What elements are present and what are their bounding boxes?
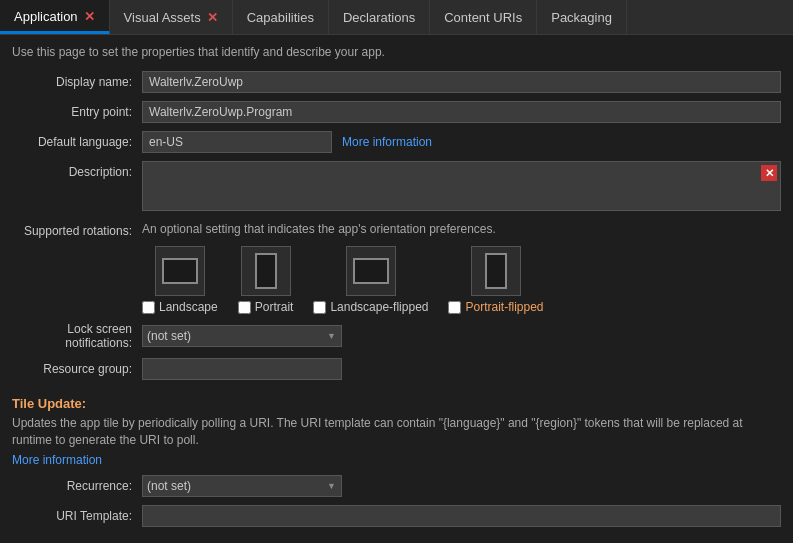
tab-declarations-label: Declarations — [343, 10, 415, 25]
entry-point-label: Entry point: — [12, 105, 142, 119]
tab-content-uris-label: Content URIs — [444, 10, 522, 25]
entry-point-row: Entry point: — [12, 101, 781, 123]
tab-visual-assets-label: Visual Assets — [124, 10, 201, 25]
tab-application[interactable]: Application ✕ — [0, 0, 110, 34]
rotations-items: Landscape Portrait Lan — [142, 246, 781, 314]
recurrence-select-wrapper: (not set) Every 30 minutes Every hour Ev… — [142, 475, 342, 497]
rotations-label: Supported rotations: — [12, 222, 142, 238]
uri-template-input[interactable] — [142, 505, 781, 527]
tab-bar: Application ✕ Visual Assets ✕ Capabiliti… — [0, 0, 793, 35]
lock-screen-label: Lock screen notifications: — [12, 322, 142, 350]
rotation-portrait-flipped-label: Portrait-flipped — [465, 300, 543, 314]
tab-visual-assets-close[interactable]: ✕ — [207, 10, 218, 25]
rotation-landscape-flipped-check-row: Landscape-flipped — [313, 300, 428, 314]
description-wrapper: ✕ — [142, 161, 781, 214]
rotation-portrait-checkbox[interactable] — [238, 301, 251, 314]
rotation-portrait: Portrait — [238, 246, 294, 314]
rotations-description: An optional setting that indicates the a… — [142, 222, 496, 236]
tab-capabilities-label: Capabilities — [247, 10, 314, 25]
main-content: Use this page to set the properties that… — [0, 35, 793, 543]
tab-packaging[interactable]: Packaging — [537, 0, 627, 34]
default-language-input[interactable] — [142, 131, 332, 153]
description-clear-button[interactable]: ✕ — [761, 165, 777, 181]
tab-content-uris[interactable]: Content URIs — [430, 0, 537, 34]
rotation-portrait-flipped: Portrait-flipped — [448, 246, 543, 314]
landscape-shape — [162, 258, 198, 284]
rotation-portrait-flipped-checkbox[interactable] — [448, 301, 461, 314]
recurrence-label: Recurrence: — [12, 479, 142, 493]
tile-update-section: Tile Update: Updates the app tile by per… — [12, 390, 781, 527]
tab-application-close[interactable]: ✕ — [84, 9, 95, 24]
recurrence-row: Recurrence: (not set) Every 30 minutes E… — [12, 475, 781, 497]
rotation-landscape-flipped-label: Landscape-flipped — [330, 300, 428, 314]
uri-template-row: URI Template: — [12, 505, 781, 527]
recurrence-select[interactable]: (not set) Every 30 minutes Every hour Ev… — [142, 475, 342, 497]
rotation-portrait-check-row: Portrait — [238, 300, 294, 314]
tab-capabilities[interactable]: Capabilities — [233, 0, 329, 34]
rotation-landscape-checkbox[interactable] — [142, 301, 155, 314]
tile-update-more-info-link[interactable]: More information — [12, 453, 102, 467]
lock-screen-select[interactable]: (not set) Badge Badge and Tile Text — [142, 325, 342, 347]
rotation-portrait-icon — [241, 246, 291, 296]
rotation-landscape: Landscape — [142, 246, 218, 314]
tab-packaging-label: Packaging — [551, 10, 612, 25]
rotation-landscape-flipped-icon — [346, 246, 396, 296]
rotation-landscape-label: Landscape — [159, 300, 218, 314]
lock-screen-select-wrapper: (not set) Badge Badge and Tile Text — [142, 325, 342, 347]
uri-template-label: URI Template: — [12, 509, 142, 523]
page-description: Use this page to set the properties that… — [12, 45, 781, 59]
landscape-flipped-shape — [353, 258, 389, 284]
display-name-label: Display name: — [12, 75, 142, 89]
description-label: Description: — [12, 161, 142, 179]
tab-declarations[interactable]: Declarations — [329, 0, 430, 34]
tab-application-label: Application — [14, 9, 78, 24]
resource-group-input[interactable] — [142, 358, 342, 380]
resource-group-label: Resource group: — [12, 362, 142, 376]
rotations-label-row: Supported rotations: An optional setting… — [12, 222, 781, 238]
lock-screen-row: Lock screen notifications: (not set) Bad… — [12, 322, 781, 350]
tab-visual-assets[interactable]: Visual Assets ✕ — [110, 0, 233, 34]
rotation-landscape-icon — [155, 246, 205, 296]
rotation-landscape-check-row: Landscape — [142, 300, 218, 314]
portrait-flipped-shape — [485, 253, 507, 289]
description-textarea[interactable] — [142, 161, 781, 211]
entry-point-input[interactable] — [142, 101, 781, 123]
rotation-portrait-label: Portrait — [255, 300, 294, 314]
display-name-input[interactable] — [142, 71, 781, 93]
default-language-label: Default language: — [12, 135, 142, 149]
rotation-landscape-flipped: Landscape-flipped — [313, 246, 428, 314]
rotation-portrait-flipped-icon — [471, 246, 521, 296]
portrait-shape — [255, 253, 277, 289]
tile-update-description: Updates the app tile by periodically pol… — [12, 415, 781, 449]
default-language-more-info-link[interactable]: More information — [342, 135, 432, 149]
rotation-portrait-flipped-check-row: Portrait-flipped — [448, 300, 543, 314]
default-language-row: Default language: More information — [12, 131, 781, 153]
rotation-landscape-flipped-checkbox[interactable] — [313, 301, 326, 314]
resource-group-row: Resource group: — [12, 358, 781, 380]
tile-update-title: Tile Update: — [12, 396, 781, 411]
description-row: Description: ✕ — [12, 161, 781, 214]
display-name-row: Display name: — [12, 71, 781, 93]
rotations-section: Supported rotations: An optional setting… — [12, 222, 781, 314]
